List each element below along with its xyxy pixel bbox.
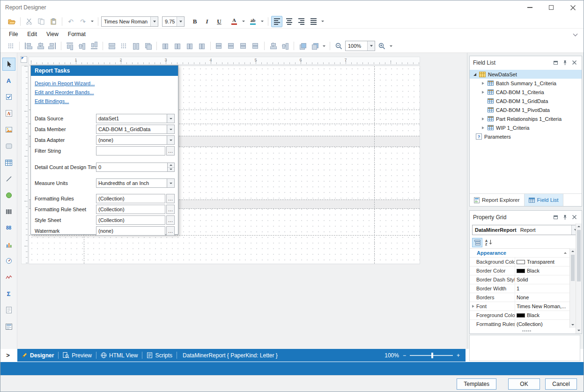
data-member-combo[interactable]: CAD-BOM 1_GridData [96, 125, 167, 134]
menubar-collapse-chevron-icon[interactable] [573, 32, 578, 37]
property-row[interactable]: Border Width1 [470, 284, 569, 293]
formatting-rule-sheet-input[interactable]: (Collection) [96, 205, 165, 214]
size-to-grid-button[interactable] [118, 40, 129, 52]
expanded-arrow-icon[interactable] [473, 73, 476, 76]
data-source-combo[interactable]: dataSet1 [96, 114, 167, 123]
align-middles-button[interactable] [76, 40, 88, 52]
gauge-tool[interactable] [2, 254, 15, 267]
tree-node-table[interactable]: CAD-BOM 1_GridData [470, 96, 582, 105]
tab-preview[interactable]: Preview [59, 349, 96, 362]
menu-edit[interactable]: Edit [22, 30, 42, 39]
copy-button[interactable] [36, 16, 47, 27]
zoom-in-button[interactable] [376, 40, 387, 52]
menu-file[interactable]: File [4, 30, 22, 39]
tab-scripts[interactable]: Scripts [142, 349, 177, 362]
filter-string-ellipsis-button[interactable]: … [166, 146, 175, 155]
scroll-down-button[interactable] [570, 322, 576, 328]
align-to-grid-button[interactable] [5, 40, 16, 52]
menu-format[interactable]: Format [63, 30, 90, 39]
make-same-width-button[interactable] [106, 40, 117, 52]
align-centers-button[interactable] [35, 40, 46, 52]
font-name-dropdown[interactable] [150, 17, 158, 26]
bring-to-front-button[interactable] [297, 40, 308, 52]
cancel-button[interactable]: Cancel [545, 378, 577, 390]
zoom-dropdown[interactable] [367, 41, 375, 51]
minimize-button[interactable] [519, 0, 540, 15]
tab-html-view[interactable]: HTML View [96, 349, 142, 362]
tab-report-explorer[interactable]: Report Explorer [470, 194, 525, 206]
align-rights-button[interactable] [47, 40, 58, 52]
check-box-tool[interactable] [2, 90, 15, 104]
collapse-category-icon[interactable] [564, 252, 567, 254]
formatting-rules-ellipsis-button[interactable]: … [166, 194, 175, 203]
decrease-horizontal-spacing-button[interactable] [184, 40, 195, 52]
zoom-slider-thumb[interactable] [431, 353, 433, 358]
close-button[interactable] [562, 0, 584, 15]
shape-tool[interactable] [2, 189, 15, 202]
highlight-color-button[interactable]: ab [247, 16, 259, 27]
maximize-button[interactable] [540, 0, 562, 15]
spin-down-button[interactable] [168, 168, 174, 172]
redo-button[interactable]: ↷ [77, 16, 89, 27]
expand-property-icon[interactable] [472, 305, 474, 308]
subreport-tool[interactable] [2, 303, 15, 317]
font-size-combo[interactable]: 9.75 [162, 16, 185, 27]
decrease-vertical-spacing-button[interactable] [238, 40, 249, 52]
dock-button[interactable] [551, 213, 560, 222]
send-to-back-button[interactable] [309, 40, 320, 52]
edit-and-reorder-bands-link[interactable]: Edit and Reorder Bands... [35, 89, 178, 95]
style-sheet-ellipsis-button[interactable]: … [166, 215, 175, 225]
scroll-up-button[interactable] [570, 248, 576, 254]
justify-button[interactable] [308, 16, 319, 27]
font-color-button[interactable]: A [229, 16, 240, 27]
open-button[interactable] [6, 16, 17, 27]
table-tool[interactable] [2, 156, 15, 169]
pin-button[interactable] [561, 59, 569, 67]
measure-units-combo[interactable]: Hundredths of an Inch [96, 178, 167, 188]
panel-scrollbar[interactable] [576, 223, 582, 333]
toolbox-expander-button[interactable]: > [3, 350, 13, 360]
design-in-report-wizard-link[interactable]: Design in Report Wizard... [35, 81, 178, 86]
property-row[interactable]: Border ColorBlack [470, 266, 569, 275]
data-adapter-dropdown[interactable] [167, 135, 175, 145]
align-tops-button[interactable] [64, 40, 75, 52]
zoom-minus-button[interactable]: − [403, 352, 406, 359]
watermark-input[interactable]: (none) [96, 226, 165, 236]
paste-button[interactable] [48, 16, 59, 27]
equal-vertical-spacing-button[interactable] [214, 40, 225, 52]
formatting-rules-input[interactable]: (Collection) [96, 194, 165, 203]
bar-code-tool[interactable] [2, 205, 15, 218]
pivot-grid-tool[interactable]: Σ [2, 287, 15, 300]
close-panel-button[interactable] [570, 59, 578, 67]
property-row[interactable]: Formatting Rules(Collection) [470, 320, 569, 328]
scroll-down-button[interactable] [576, 327, 582, 333]
selected-object-combo[interactable]: DataMinerReportReport [472, 225, 579, 235]
label-tool[interactable]: A [2, 74, 15, 87]
scrollbar-thumb[interactable] [571, 255, 575, 281]
tree-node-table[interactable]: Part Relationships 1_Criteria [470, 114, 582, 123]
data-adapter-combo[interactable]: (none) [96, 135, 167, 145]
increase-horizontal-spacing-button[interactable] [172, 40, 183, 52]
tree-node-newdataset[interactable]: NewDataSet [470, 70, 582, 79]
cut-button[interactable] [23, 16, 35, 27]
watermark-ellipsis-button[interactable]: … [166, 226, 175, 236]
sparkline-tool[interactable] [2, 271, 15, 284]
smart-tag-corner-button[interactable] [21, 56, 27, 63]
category-row-appearance[interactable]: Appearance [470, 249, 569, 258]
zip-code-tool[interactable]: 88 [2, 222, 15, 235]
tree-node-table[interactable]: Batch Summary 1_Criteria [470, 79, 582, 88]
align-lefts-button[interactable] [22, 40, 34, 52]
spin-up-button[interactable] [168, 163, 174, 168]
zoom-more-dropdown[interactable] [388, 40, 394, 52]
alphabetical-sort-button[interactable]: AZ [484, 238, 494, 247]
style-sheet-input[interactable]: (Collection) [96, 215, 165, 225]
equal-horizontal-spacing-button[interactable] [160, 40, 171, 52]
collapsed-arrow-icon[interactable] [482, 118, 484, 120]
templates-button[interactable]: Templates [457, 378, 496, 390]
zoom-combo[interactable]: 100% [345, 41, 375, 51]
property-row[interactable]: FontTimes New Roman,... [470, 302, 569, 311]
menu-view[interactable]: View [42, 30, 63, 39]
center-vertically-button[interactable] [280, 40, 291, 52]
tree-node-table[interactable]: CAD-BOM 1_Criteria [470, 88, 582, 96]
remove-vertical-spacing-button[interactable] [250, 40, 261, 52]
